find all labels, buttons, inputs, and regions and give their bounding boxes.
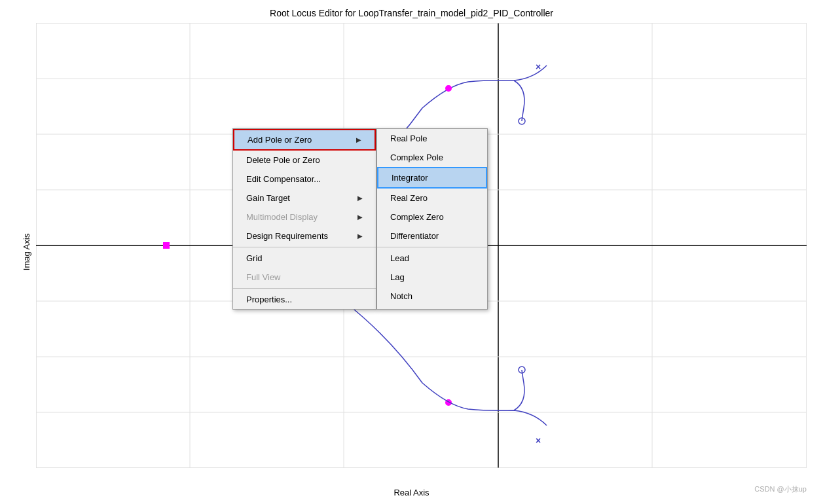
menu-item-add-pole-zero[interactable]: Add Pole or Zero ▶ xyxy=(233,129,376,151)
menu-item-edit-compensator[interactable]: Edit Compensator... xyxy=(233,170,376,189)
submenu-item-notch[interactable]: Notch xyxy=(377,287,487,306)
submenu-item-label: Lag xyxy=(390,272,405,282)
arrow-icon: ▶ xyxy=(357,194,363,202)
menu-separator xyxy=(233,247,376,247)
menu-item-delete-pole-zero[interactable]: Delete Pole or Zero xyxy=(233,151,376,170)
submenu-item-label: Notch xyxy=(390,291,412,301)
submenu-item-lag[interactable]: Lag xyxy=(377,268,487,287)
svg-text:×: × xyxy=(536,62,541,72)
svg-rect-31 xyxy=(163,242,170,249)
submenu-item-label: Integrator xyxy=(392,173,428,183)
submenu-item-complex-pole[interactable]: Complex Pole xyxy=(377,148,487,167)
submenu-separator xyxy=(377,247,487,247)
menu-item-properties[interactable]: Properties... xyxy=(233,290,376,309)
x-axis-label: Real Axis xyxy=(393,488,429,497)
submenu-item-label: Complex Zero xyxy=(390,212,444,222)
menu-separator-2 xyxy=(233,288,376,289)
menu-item-multimodel-display: Multimodel Display ▶ xyxy=(233,207,376,226)
submenu-item-integrator[interactable]: Integrator xyxy=(377,167,487,189)
submenu-item-complex-zero[interactable]: Complex Zero xyxy=(377,207,487,226)
menu-item-gain-target[interactable]: Gain Target ▶ xyxy=(233,189,376,207)
menu-item-label: Properties... xyxy=(246,295,292,304)
arrow-icon: ▶ xyxy=(356,136,361,143)
menu-item-label: Gain Target xyxy=(246,193,290,203)
menu-item-grid[interactable]: Grid xyxy=(233,249,376,268)
arrow-icon: ▶ xyxy=(357,213,363,221)
menu-item-label: Design Requirements xyxy=(246,231,328,241)
context-menu-submenu: Real Pole Complex Pole Integrator Real Z… xyxy=(376,128,488,310)
menu-item-design-requirements[interactable]: Design Requirements ▶ xyxy=(233,226,376,245)
menu-item-label: Grid xyxy=(246,253,263,263)
context-menu-main: Add Pole or Zero ▶ Delete Pole or Zero E… xyxy=(232,128,376,310)
submenu-item-label: Differentiator xyxy=(390,231,439,241)
submenu-item-real-pole[interactable]: Real Pole xyxy=(377,129,487,148)
menu-item-label: Add Pole or Zero xyxy=(247,135,312,145)
submenu-item-real-zero[interactable]: Real Zero xyxy=(377,189,487,207)
menu-item-label: Delete Pole or Zero xyxy=(246,155,320,165)
submenu-item-label: Lead xyxy=(390,253,409,263)
plot-title: Root Locus Editor for LoopTransfer_train… xyxy=(0,8,823,18)
submenu-item-label: Real Pole xyxy=(390,134,427,143)
arrow-icon: ▶ xyxy=(357,232,363,240)
svg-text:×: × xyxy=(536,435,541,446)
submenu-item-label: Complex Pole xyxy=(390,153,443,162)
submenu-item-differentiator[interactable]: Differentiator xyxy=(377,226,487,245)
menu-item-label: Full View xyxy=(246,272,281,282)
menu-item-full-view: Full View xyxy=(233,268,376,287)
y-axis-label: Imag Axis xyxy=(22,234,31,270)
submenu-item-label: Real Zero xyxy=(390,193,428,203)
submenu-item-lead[interactable]: Lead xyxy=(377,249,487,268)
menu-item-label: Multimodel Display xyxy=(246,212,318,222)
svg-point-32 xyxy=(445,85,452,92)
watermark: CSDN @小抹up xyxy=(754,484,807,494)
menu-item-label: Edit Compensator... xyxy=(246,174,321,184)
context-menu-container: Add Pole or Zero ▶ Delete Pole or Zero E… xyxy=(232,128,488,310)
